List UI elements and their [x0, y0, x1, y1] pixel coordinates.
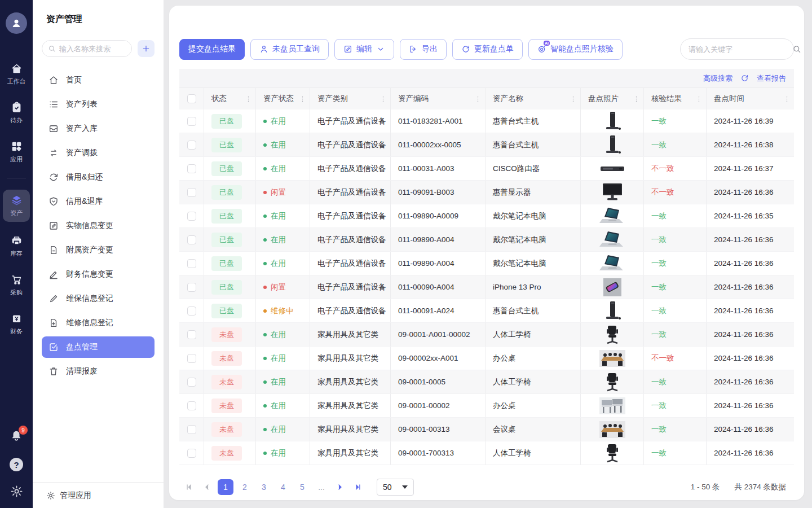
- row-checkbox[interactable]: [187, 354, 196, 363]
- sidebar-item-home[interactable]: 首页: [42, 69, 155, 91]
- sidebar-item-shield-chevron[interactable]: 信用&退库: [42, 191, 155, 212]
- column-menu-icon[interactable]: [570, 95, 577, 103]
- asset-photo-desktop-tower[interactable]: [597, 135, 628, 155]
- column-menu-icon[interactable]: [299, 95, 306, 103]
- refresh-icon[interactable]: [740, 74, 749, 82]
- sidebar-item-document-minus[interactable]: 附属资产变更: [42, 239, 155, 261]
- sidebar-item-return-loop[interactable]: 借用&归还: [42, 167, 155, 188]
- view-report-link[interactable]: 查看报告: [757, 73, 786, 84]
- page-button-4[interactable]: 4: [275, 479, 291, 495]
- column-menu-icon[interactable]: [633, 95, 640, 103]
- rail-item-finance-cashbox[interactable]: 财务: [3, 310, 30, 339]
- gear-icon: [46, 491, 55, 500]
- sidebar-search[interactable]: [42, 40, 132, 57]
- add-button[interactable]: [138, 40, 155, 57]
- page-button-5[interactable]: 5: [294, 479, 310, 495]
- row-checkbox[interactable]: [187, 401, 196, 410]
- asset-photo-office-chair[interactable]: [597, 443, 628, 463]
- rail-item-todo-clipboard[interactable]: 待办: [3, 99, 30, 128]
- asset-photo-desktop-tower[interactable]: [597, 111, 628, 132]
- sidebar-item-list[interactable]: 资产列表: [42, 94, 155, 115]
- row-checkbox[interactable]: [187, 425, 196, 434]
- row-checkbox[interactable]: [187, 188, 196, 197]
- toolbar-button-person[interactable]: 未盘员工查询: [250, 39, 329, 60]
- verify-result: 一致: [651, 424, 667, 435]
- row-checkbox[interactable]: [187, 141, 196, 150]
- row-checkbox[interactable]: [187, 330, 196, 339]
- first-page-button[interactable]: [182, 480, 196, 494]
- user-avatar[interactable]: [6, 12, 27, 34]
- sidebar-item-trash[interactable]: 清理报废: [42, 361, 155, 382]
- row-checkbox[interactable]: [187, 235, 196, 244]
- sidebar-item-label: 资产入库: [66, 124, 98, 134]
- select-all-checkbox[interactable]: [187, 94, 196, 103]
- asset-photo-router[interactable]: [597, 159, 628, 179]
- row-checkbox[interactable]: [187, 449, 196, 458]
- keyword-search[interactable]: [680, 38, 794, 60]
- row-checkbox[interactable]: [187, 212, 196, 221]
- time-cell: 2024-11-26 16:35: [707, 204, 794, 227]
- row-checkbox[interactable]: [187, 378, 196, 387]
- row-checkbox[interactable]: [187, 259, 196, 268]
- button-label: 导出: [422, 44, 438, 54]
- asset-photo-laptop[interactable]: [597, 206, 628, 226]
- row-checkbox[interactable]: [187, 283, 196, 292]
- category-text: 电子产品及通信设备: [317, 187, 386, 198]
- sidebar-item-pen-line[interactable]: 财务信息变更: [42, 264, 155, 285]
- asset-photo-workstation[interactable]: [597, 396, 628, 416]
- asset-photo-laptop[interactable]: [597, 230, 628, 250]
- toolbar-button-refresh[interactable]: 更新盘点单: [452, 39, 523, 60]
- row-checkbox-cell: [179, 323, 204, 346]
- column-menu-icon[interactable]: [379, 95, 387, 103]
- asset-photo-office-chair[interactable]: [597, 372, 628, 392]
- rail-item-inventory-printer[interactable]: 库存: [3, 232, 30, 261]
- sidebar-item-check-square[interactable]: 盘点管理: [42, 336, 155, 358]
- column-menu-icon[interactable]: [245, 95, 252, 103]
- asset-photo-laptop[interactable]: [597, 253, 628, 274]
- keyword-search-input[interactable]: [689, 45, 788, 54]
- rail-item-procurement-cart[interactable]: 采购: [3, 271, 30, 300]
- page-button-3[interactable]: 3: [256, 479, 272, 495]
- table-row: 已盘在用电子产品及通信设备011-00002xx-0005惠普台式主机一致202…: [179, 133, 794, 157]
- rail-item-apps-grid[interactable]: 应用: [3, 138, 30, 167]
- verify-result: 不一致: [651, 164, 674, 174]
- column-menu-icon[interactable]: [783, 95, 791, 103]
- advanced-search-link[interactable]: 高级搜索: [703, 73, 732, 84]
- name-cell: 戴尔笔记本电脑: [486, 228, 581, 251]
- column-menu-icon[interactable]: [695, 95, 703, 103]
- sidebar-search-input[interactable]: [59, 45, 126, 53]
- toolbar-button-export[interactable]: 导出: [400, 39, 447, 60]
- asset-photo-office-chair[interactable]: [597, 325, 628, 345]
- row-checkbox[interactable]: [187, 306, 196, 316]
- notifications-bell-icon[interactable]: 9: [10, 430, 23, 444]
- sidebar-item-file-plus[interactable]: 维修信息登记: [42, 312, 155, 334]
- toolbar-button-submit-results[interactable]: 提交盘点结果: [179, 39, 245, 60]
- next-page-button[interactable]: [333, 480, 347, 494]
- asset-photo-conference-table[interactable]: [597, 348, 628, 369]
- page-size-select[interactable]: 50: [377, 479, 414, 496]
- asset-photo-monitor[interactable]: [597, 182, 628, 203]
- toolbar-button-ai-photo[interactable]: AI智能盘点照片核验: [528, 39, 623, 60]
- asset-photo-desktop-tower[interactable]: [597, 301, 628, 321]
- last-page-button[interactable]: [351, 480, 365, 494]
- row-checkbox[interactable]: [187, 164, 196, 173]
- rail-item-workbench[interactable]: 工作台: [3, 60, 30, 89]
- manage-apps-button[interactable]: 管理应用: [33, 482, 164, 508]
- sidebar-item-transfer-arrows[interactable]: 资产调拨: [42, 142, 155, 164]
- row-checkbox[interactable]: [187, 117, 196, 126]
- asset-photo-conference-table[interactable]: [597, 419, 628, 440]
- sidebar-item-inbox-tray[interactable]: 资产入库: [42, 118, 155, 139]
- prev-page-button[interactable]: [200, 480, 214, 494]
- toolbar-button-edit[interactable]: 编辑: [334, 39, 394, 60]
- page-button-2[interactable]: 2: [237, 479, 253, 495]
- page-button-1[interactable]: 1: [218, 479, 233, 495]
- sidebar-item-pencil[interactable]: 维保信息登记: [42, 288, 155, 309]
- asset-photo-iphone[interactable]: [597, 277, 628, 297]
- sidebar-item-edit-square[interactable]: 实物信息变更: [42, 215, 155, 237]
- time-cell: 2024-11-26 16:36: [707, 323, 794, 346]
- column-menu-icon[interactable]: [474, 95, 482, 103]
- rail-item-assets-layers[interactable]: 资产: [3, 190, 30, 222]
- help-icon[interactable]: ?: [10, 458, 23, 471]
- pagination: 12345... 50 1 - 50 条 共 2374 条数据: [179, 474, 794, 500]
- settings-gear-icon[interactable]: [10, 485, 23, 500]
